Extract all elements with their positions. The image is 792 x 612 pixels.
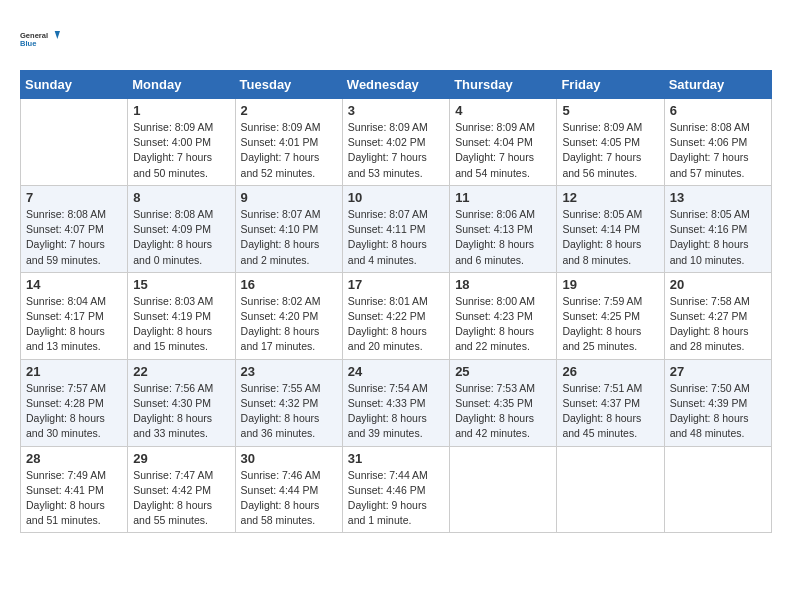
calendar-cell: 4Sunrise: 8:09 AM Sunset: 4:04 PM Daylig… [450,99,557,186]
day-number: 8 [133,190,229,205]
day-number: 4 [455,103,551,118]
calendar-cell: 9Sunrise: 8:07 AM Sunset: 4:10 PM Daylig… [235,185,342,272]
svg-text:Blue: Blue [20,39,36,48]
calendar-cell: 18Sunrise: 8:00 AM Sunset: 4:23 PM Dayli… [450,272,557,359]
day-info: Sunrise: 7:50 AM Sunset: 4:39 PM Dayligh… [670,381,766,442]
calendar-cell: 7Sunrise: 8:08 AM Sunset: 4:07 PM Daylig… [21,185,128,272]
week-row-1: 1Sunrise: 8:09 AM Sunset: 4:00 PM Daylig… [21,99,772,186]
day-header-saturday: Saturday [664,71,771,99]
day-info: Sunrise: 7:49 AM Sunset: 4:41 PM Dayligh… [26,468,122,529]
calendar-cell: 10Sunrise: 8:07 AM Sunset: 4:11 PM Dayli… [342,185,449,272]
calendar-cell: 1Sunrise: 8:09 AM Sunset: 4:00 PM Daylig… [128,99,235,186]
day-info: Sunrise: 7:54 AM Sunset: 4:33 PM Dayligh… [348,381,444,442]
day-number: 14 [26,277,122,292]
day-info: Sunrise: 7:57 AM Sunset: 4:28 PM Dayligh… [26,381,122,442]
day-info: Sunrise: 8:07 AM Sunset: 4:11 PM Dayligh… [348,207,444,268]
calendar-cell: 25Sunrise: 7:53 AM Sunset: 4:35 PM Dayli… [450,359,557,446]
day-info: Sunrise: 8:09 AM Sunset: 4:01 PM Dayligh… [241,120,337,181]
calendar-cell: 2Sunrise: 8:09 AM Sunset: 4:01 PM Daylig… [235,99,342,186]
day-number: 11 [455,190,551,205]
calendar-cell [664,446,771,533]
week-row-2: 7Sunrise: 8:08 AM Sunset: 4:07 PM Daylig… [21,185,772,272]
day-number: 19 [562,277,658,292]
header: General Blue [20,20,772,60]
calendar-cell: 31Sunrise: 7:44 AM Sunset: 4:46 PM Dayli… [342,446,449,533]
day-info: Sunrise: 8:07 AM Sunset: 4:10 PM Dayligh… [241,207,337,268]
calendar-cell: 28Sunrise: 7:49 AM Sunset: 4:41 PM Dayli… [21,446,128,533]
day-info: Sunrise: 7:46 AM Sunset: 4:44 PM Dayligh… [241,468,337,529]
day-info: Sunrise: 8:09 AM Sunset: 4:04 PM Dayligh… [455,120,551,181]
day-info: Sunrise: 7:58 AM Sunset: 4:27 PM Dayligh… [670,294,766,355]
day-info: Sunrise: 8:05 AM Sunset: 4:16 PM Dayligh… [670,207,766,268]
calendar-cell: 26Sunrise: 7:51 AM Sunset: 4:37 PM Dayli… [557,359,664,446]
day-header-friday: Friday [557,71,664,99]
day-info: Sunrise: 8:08 AM Sunset: 4:09 PM Dayligh… [133,207,229,268]
calendar-cell: 17Sunrise: 8:01 AM Sunset: 4:22 PM Dayli… [342,272,449,359]
day-info: Sunrise: 7:59 AM Sunset: 4:25 PM Dayligh… [562,294,658,355]
day-number: 6 [670,103,766,118]
day-info: Sunrise: 7:51 AM Sunset: 4:37 PM Dayligh… [562,381,658,442]
calendar-cell: 24Sunrise: 7:54 AM Sunset: 4:33 PM Dayli… [342,359,449,446]
calendar-cell: 11Sunrise: 8:06 AM Sunset: 4:13 PM Dayli… [450,185,557,272]
day-number: 16 [241,277,337,292]
calendar-cell [21,99,128,186]
day-info: Sunrise: 8:03 AM Sunset: 4:19 PM Dayligh… [133,294,229,355]
calendar-cell: 19Sunrise: 7:59 AM Sunset: 4:25 PM Dayli… [557,272,664,359]
calendar-cell: 21Sunrise: 7:57 AM Sunset: 4:28 PM Dayli… [21,359,128,446]
calendar-cell: 14Sunrise: 8:04 AM Sunset: 4:17 PM Dayli… [21,272,128,359]
day-number: 12 [562,190,658,205]
calendar-cell: 12Sunrise: 8:05 AM Sunset: 4:14 PM Dayli… [557,185,664,272]
day-number: 7 [26,190,122,205]
day-info: Sunrise: 8:06 AM Sunset: 4:13 PM Dayligh… [455,207,551,268]
day-header-tuesday: Tuesday [235,71,342,99]
logo: General Blue [20,20,60,60]
day-info: Sunrise: 7:47 AM Sunset: 4:42 PM Dayligh… [133,468,229,529]
day-info: Sunrise: 8:08 AM Sunset: 4:06 PM Dayligh… [670,120,766,181]
day-number: 29 [133,451,229,466]
day-number: 15 [133,277,229,292]
calendar-cell: 27Sunrise: 7:50 AM Sunset: 4:39 PM Dayli… [664,359,771,446]
calendar-table: SundayMondayTuesdayWednesdayThursdayFrid… [20,70,772,533]
day-header-thursday: Thursday [450,71,557,99]
day-number: 28 [26,451,122,466]
day-number: 5 [562,103,658,118]
calendar-cell: 16Sunrise: 8:02 AM Sunset: 4:20 PM Dayli… [235,272,342,359]
day-number: 20 [670,277,766,292]
calendar-cell: 6Sunrise: 8:08 AM Sunset: 4:06 PM Daylig… [664,99,771,186]
day-number: 3 [348,103,444,118]
calendar-cell: 3Sunrise: 8:09 AM Sunset: 4:02 PM Daylig… [342,99,449,186]
day-number: 30 [241,451,337,466]
day-number: 18 [455,277,551,292]
day-number: 26 [562,364,658,379]
day-info: Sunrise: 8:08 AM Sunset: 4:07 PM Dayligh… [26,207,122,268]
day-info: Sunrise: 8:00 AM Sunset: 4:23 PM Dayligh… [455,294,551,355]
calendar-cell: 15Sunrise: 8:03 AM Sunset: 4:19 PM Dayli… [128,272,235,359]
day-number: 10 [348,190,444,205]
day-number: 25 [455,364,551,379]
calendar-cell: 20Sunrise: 7:58 AM Sunset: 4:27 PM Dayli… [664,272,771,359]
day-number: 23 [241,364,337,379]
day-info: Sunrise: 7:56 AM Sunset: 4:30 PM Dayligh… [133,381,229,442]
day-number: 9 [241,190,337,205]
day-header-wednesday: Wednesday [342,71,449,99]
days-header-row: SundayMondayTuesdayWednesdayThursdayFrid… [21,71,772,99]
calendar-cell: 30Sunrise: 7:46 AM Sunset: 4:44 PM Dayli… [235,446,342,533]
day-info: Sunrise: 8:09 AM Sunset: 4:00 PM Dayligh… [133,120,229,181]
day-info: Sunrise: 8:09 AM Sunset: 4:05 PM Dayligh… [562,120,658,181]
calendar-cell: 13Sunrise: 8:05 AM Sunset: 4:16 PM Dayli… [664,185,771,272]
day-info: Sunrise: 8:02 AM Sunset: 4:20 PM Dayligh… [241,294,337,355]
calendar-cell: 23Sunrise: 7:55 AM Sunset: 4:32 PM Dayli… [235,359,342,446]
day-header-sunday: Sunday [21,71,128,99]
day-info: Sunrise: 8:05 AM Sunset: 4:14 PM Dayligh… [562,207,658,268]
calendar-cell: 5Sunrise: 8:09 AM Sunset: 4:05 PM Daylig… [557,99,664,186]
day-number: 17 [348,277,444,292]
day-info: Sunrise: 7:55 AM Sunset: 4:32 PM Dayligh… [241,381,337,442]
calendar-cell: 22Sunrise: 7:56 AM Sunset: 4:30 PM Dayli… [128,359,235,446]
week-row-4: 21Sunrise: 7:57 AM Sunset: 4:28 PM Dayli… [21,359,772,446]
day-number: 31 [348,451,444,466]
calendar-cell: 29Sunrise: 7:47 AM Sunset: 4:42 PM Dayli… [128,446,235,533]
day-number: 1 [133,103,229,118]
day-info: Sunrise: 7:53 AM Sunset: 4:35 PM Dayligh… [455,381,551,442]
calendar-cell [557,446,664,533]
day-number: 21 [26,364,122,379]
